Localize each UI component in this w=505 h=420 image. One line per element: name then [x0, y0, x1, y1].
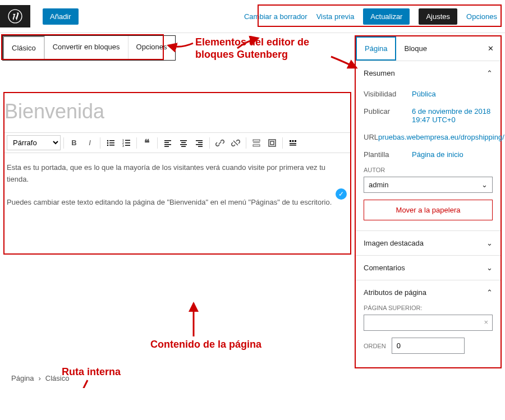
options-link[interactable]: Opciones [466, 12, 497, 21]
svg-rect-24 [198, 146, 203, 147]
number-list-icon[interactable]: 123 [119, 136, 134, 150]
author-label: AUTOR [364, 163, 493, 177]
content-area: Bienvenida Párrafo B I 123 ❝ [3, 92, 351, 255]
settings-button[interactable]: Ajustes [419, 8, 457, 25]
svg-rect-16 [164, 146, 169, 147]
svg-rect-20 [181, 146, 186, 147]
chevron-up-icon: ⌃ [486, 69, 493, 77]
page-title[interactable]: Bienvenida [4, 93, 350, 132]
svg-rect-21 [196, 140, 203, 141]
move-to-trash-button[interactable]: Mover a la papelera [364, 200, 493, 220]
svg-text:3: 3 [122, 144, 124, 147]
annotation-content: Contenido de la página [150, 339, 261, 350]
kitchen-sink-icon[interactable] [286, 136, 300, 150]
annotation-breadcrumb: Ruta interna [62, 366, 121, 378]
order-label: ORDEN [364, 343, 386, 349]
fullscreen-icon[interactable] [265, 136, 279, 150]
author-select[interactable]: admin⌄ [364, 177, 493, 193]
sidebar-tab-page[interactable]: Página [356, 36, 396, 61]
block-toolbar: Clásico Convertir en bloques Opciones [2, 35, 176, 61]
body-paragraph: Puedes cambiar este texto editando la pá… [7, 197, 348, 209]
align-left-icon[interactable] [160, 136, 175, 150]
svg-rect-33 [290, 143, 296, 144]
panel-comments[interactable]: Comentarios ⌄ [356, 256, 501, 280]
svg-rect-30 [290, 140, 291, 142]
italic-icon[interactable]: I [82, 136, 97, 150]
visibility-value[interactable]: Pública [412, 90, 493, 98]
align-right-icon[interactable] [192, 136, 206, 150]
update-button[interactable]: Actualizar [363, 8, 410, 25]
url-label: URL [364, 133, 378, 141]
panel-page-attributes[interactable]: Atributos de página ⌃ [356, 280, 501, 304]
publish-value[interactable]: 6 de noviembre de 2018 19:47 UTC+0 [412, 107, 493, 124]
url-value[interactable]: pruebas.webempresa.eu/dropshipping/ [378, 133, 504, 141]
wordpress-logo[interactable] [0, 5, 30, 27]
svg-rect-32 [295, 140, 296, 142]
svg-rect-29 [270, 141, 274, 145]
editor-body[interactable]: Esta es tu portada, que es lo que la may… [4, 153, 350, 253]
bullet-list-icon[interactable] [103, 136, 118, 150]
panel-title: Resumen [364, 69, 395, 77]
clear-icon[interactable]: × [484, 318, 488, 326]
svg-point-3 [107, 142, 109, 144]
svg-rect-8 [125, 140, 130, 141]
link-icon[interactable] [213, 136, 227, 150]
svg-rect-17 [180, 140, 187, 141]
readmore-icon[interactable] [249, 136, 264, 150]
svg-rect-23 [196, 144, 203, 145]
svg-rect-14 [164, 142, 169, 143]
body-paragraph: Esta es tu portada, que es lo que la may… [7, 162, 348, 186]
annotation-gutenberg: Elementos del editor de bloques Gutenber… [195, 36, 341, 61]
sidebar-tab-block[interactable]: Bloque [396, 38, 434, 59]
to-draft-link[interactable]: Cambiar a borrador [244, 12, 307, 21]
tab-classic[interactable]: Clásico [3, 36, 45, 60]
chevron-up-icon: ⌃ [486, 288, 493, 297]
svg-point-0 [8, 10, 22, 23]
parent-page-label: PÁGINA SUPERIOR: [364, 304, 493, 311]
panel-title: Imagen destacada [364, 239, 424, 247]
unlink-icon[interactable] [228, 136, 243, 150]
breadcrumb-page[interactable]: Página [11, 374, 34, 382]
tab-options[interactable]: Opciones [128, 36, 175, 60]
chevron-down-icon: ⌄ [481, 181, 488, 189]
add-button[interactable]: Añadir [43, 8, 79, 25]
svg-rect-4 [109, 142, 114, 144]
svg-rect-34 [290, 145, 296, 146]
svg-point-5 [107, 144, 109, 146]
close-icon[interactable]: ✕ [481, 39, 501, 58]
template-value[interactable]: Página de inicio [412, 150, 493, 159]
svg-point-1 [107, 140, 109, 141]
svg-rect-22 [198, 142, 203, 143]
template-label: Plantilla [364, 150, 412, 159]
svg-rect-18 [181, 142, 186, 143]
panel-summary[interactable]: Resumen ⌃ [356, 61, 501, 85]
parent-page-input[interactable] [364, 315, 493, 331]
svg-rect-6 [109, 145, 114, 146]
visibility-label: Visibilidad [364, 90, 412, 98]
publish-label: Publicar [364, 107, 412, 124]
chevron-right-icon: › [38, 374, 40, 382]
chevron-down-icon: ⌄ [486, 239, 493, 247]
svg-rect-27 [253, 145, 260, 146]
svg-rect-2 [109, 140, 114, 141]
quote-icon[interactable]: ❝ [140, 136, 154, 150]
svg-rect-25 [253, 140, 260, 141]
chevron-down-icon: ⌄ [486, 264, 493, 272]
svg-rect-28 [269, 140, 276, 146]
align-center-icon[interactable] [176, 136, 191, 150]
svg-rect-31 [292, 140, 294, 142]
preview-link[interactable]: Vista previa [316, 12, 355, 21]
settings-sidebar: Página Bloque ✕ Resumen ⌃ VisibilidadPúb… [355, 35, 502, 368]
svg-rect-19 [180, 144, 187, 145]
svg-rect-15 [164, 144, 171, 145]
panel-featured-image[interactable]: Imagen destacada ⌄ [356, 231, 501, 255]
svg-rect-12 [125, 145, 130, 146]
svg-rect-13 [164, 140, 171, 141]
bold-icon[interactable]: B [67, 136, 81, 150]
format-select[interactable]: Párrafo [7, 135, 61, 150]
tab-convert[interactable]: Convertir en bloques [45, 36, 128, 60]
editor-toolbar: Párrafo B I 123 ❝ [4, 132, 350, 153]
order-input[interactable] [392, 338, 465, 354]
svg-rect-10 [125, 142, 130, 144]
svg-rect-26 [253, 142, 260, 143]
